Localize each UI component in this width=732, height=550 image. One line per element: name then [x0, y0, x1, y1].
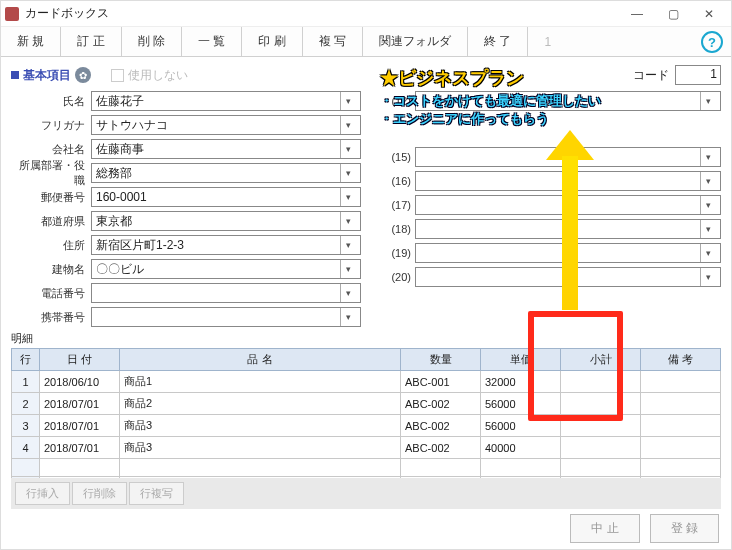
field-input-3[interactable]: 総務部▾	[91, 163, 361, 183]
register-button[interactable]: 登 録	[650, 514, 719, 543]
field-input-1[interactable]: サトウハナコ▾	[91, 115, 361, 135]
field-label: 会社名	[11, 142, 91, 157]
gear-icon[interactable]: ✿	[75, 67, 91, 83]
field-label: 建物名	[11, 262, 91, 277]
field-label: 携帯番号	[11, 310, 91, 325]
maximize-button[interactable]: ▢	[655, 2, 691, 26]
extra-field-index: (17)	[379, 199, 415, 211]
grid-header[interactable]: 単価	[481, 349, 561, 371]
grid-header[interactable]: 日 付	[40, 349, 120, 371]
cancel-button[interactable]: 中 止	[570, 514, 639, 543]
field-label: 郵便番号	[11, 190, 91, 205]
row-actions: 行挿入 行削除 行複写	[11, 478, 721, 509]
window-title: カードボックス	[25, 5, 619, 22]
field-label: 住所	[11, 238, 91, 253]
field-input-0[interactable]: 佐藤花子▾	[91, 91, 361, 111]
chevron-down-icon[interactable]: ▾	[340, 260, 356, 278]
toolbar-print[interactable]: 印 刷	[242, 27, 302, 56]
field-label: 都道府県	[11, 214, 91, 229]
field-label: 氏名	[11, 94, 91, 109]
chevron-down-icon[interactable]: ▾	[700, 172, 716, 190]
field-input-2[interactable]: 佐藤商事▾	[91, 139, 361, 159]
chevron-down-icon[interactable]: ▾	[340, 236, 356, 254]
table-row[interactable]: 12018/06/10商品1ABC-00132000	[12, 371, 721, 393]
chevron-down-icon[interactable]: ▾	[340, 212, 356, 230]
table-row[interactable]: 32018/07/01商品3ABC-00256000	[12, 415, 721, 437]
extra-field-index: (12)	[379, 95, 415, 107]
extra-field-2[interactable]: ▾	[415, 171, 721, 191]
extra-field-index: (19)	[379, 247, 415, 259]
field-input-9[interactable]: ▾	[91, 307, 361, 327]
field-input-4[interactable]: 160-0001▾	[91, 187, 361, 207]
field-input-8[interactable]: ▾	[91, 283, 361, 303]
extra-field-5[interactable]: ▾	[415, 243, 721, 263]
titlebar: カードボックス — ▢ ✕	[1, 1, 731, 27]
section-title: 基本項目	[23, 67, 71, 84]
toolbar-extra: 1	[528, 27, 567, 56]
extra-field-6[interactable]: ▾	[415, 267, 721, 287]
row-delete-button[interactable]: 行削除	[72, 482, 127, 505]
field-label: 電話番号	[11, 286, 91, 301]
disabled-label: 使用しない	[128, 67, 188, 84]
code-input[interactable]: 1	[675, 65, 721, 85]
field-label: 所属部署・役職	[11, 158, 91, 188]
section-marker	[11, 71, 19, 79]
toolbar-edit[interactable]: 訂 正	[61, 27, 121, 56]
chevron-down-icon[interactable]: ▾	[340, 164, 356, 182]
toolbar-exit[interactable]: 終 了	[468, 27, 528, 56]
grid-header[interactable]: 小計	[561, 349, 641, 371]
row-copy-button[interactable]: 行複写	[129, 482, 184, 505]
chevron-down-icon[interactable]: ▾	[340, 116, 356, 134]
toolbar-new[interactable]: 新 規	[1, 27, 61, 56]
extra-field-0[interactable]: ▾	[415, 91, 721, 111]
code-label: コード	[633, 67, 669, 84]
extra-field-index: (18)	[379, 223, 415, 235]
extra-field-index: (20)	[379, 271, 415, 283]
toolbar-list[interactable]: 一 覧	[182, 27, 242, 56]
table-row[interactable]: 42018/07/01商品3ABC-00240000	[12, 437, 721, 459]
checkbox-icon	[111, 69, 124, 82]
table-row[interactable]: 22018/07/01商品2ABC-00256000	[12, 393, 721, 415]
field-input-5[interactable]: 東京都▾	[91, 211, 361, 231]
detail-grid: 行日 付品 名数量単価小計備 考 12018/06/10商品1ABC-00132…	[11, 348, 721, 495]
app-icon	[5, 7, 19, 21]
extra-field-4[interactable]: ▾	[415, 219, 721, 239]
toolbar-delete[interactable]: 削 除	[122, 27, 182, 56]
field-input-6[interactable]: 新宿区片町1-2-3▾	[91, 235, 361, 255]
chevron-down-icon[interactable]: ▾	[700, 220, 716, 238]
chevron-down-icon[interactable]: ▾	[340, 92, 356, 110]
chevron-down-icon[interactable]: ▾	[700, 148, 716, 166]
toolbar-copy[interactable]: 複 写	[303, 27, 363, 56]
extra-field-index: (15)	[379, 151, 415, 163]
disabled-checkbox[interactable]: 使用しない	[111, 67, 188, 84]
help-button[interactable]: ?	[701, 31, 723, 53]
chevron-down-icon[interactable]: ▾	[700, 268, 716, 286]
close-button[interactable]: ✕	[691, 2, 727, 26]
field-label: フリガナ	[11, 118, 91, 133]
row-insert-button[interactable]: 行挿入	[15, 482, 70, 505]
toolbar-related[interactable]: 関連フォルダ	[363, 27, 468, 56]
grid-header[interactable]: 数量	[401, 349, 481, 371]
minimize-button[interactable]: —	[619, 2, 655, 26]
grid-header[interactable]: 行	[12, 349, 40, 371]
chevron-down-icon[interactable]: ▾	[700, 244, 716, 262]
extra-field-3[interactable]: ▾	[415, 195, 721, 215]
chevron-down-icon[interactable]: ▾	[340, 140, 356, 158]
table-row-empty[interactable]	[12, 459, 721, 477]
grid-header[interactable]: 備 考	[641, 349, 721, 371]
chevron-down-icon[interactable]: ▾	[340, 188, 356, 206]
detail-label: 明細	[11, 331, 721, 346]
toolbar: 新 規 訂 正 削 除 一 覧 印 刷 複 写 関連フォルダ 終 了 1 ?	[1, 27, 731, 57]
field-input-7[interactable]: 〇〇ビル▾	[91, 259, 361, 279]
extra-field-index: (16)	[379, 175, 415, 187]
grid-header[interactable]: 品 名	[120, 349, 401, 371]
chevron-down-icon[interactable]: ▾	[340, 308, 356, 326]
extra-field-1[interactable]: ▾	[415, 147, 721, 167]
chevron-down-icon[interactable]: ▾	[700, 92, 716, 110]
chevron-down-icon[interactable]: ▾	[340, 284, 356, 302]
chevron-down-icon[interactable]: ▾	[700, 196, 716, 214]
